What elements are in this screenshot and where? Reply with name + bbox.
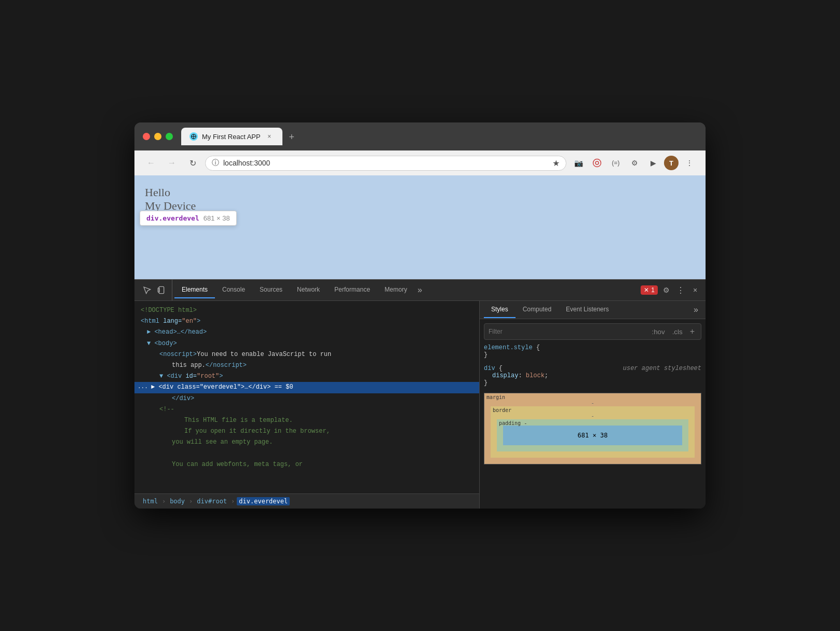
noscript-line: <noscript>You need to enable JavaScript … bbox=[134, 349, 479, 360]
div-root-close-line: </div> bbox=[134, 393, 479, 404]
styles-tabs: Styles Computed Event Listeners » bbox=[480, 301, 706, 319]
breadcrumb-sep-2: › bbox=[189, 498, 193, 505]
styles-filter-actions: :hov .cls + bbox=[649, 326, 697, 337]
camera-icon: 📷 bbox=[574, 159, 583, 167]
comment-text1-line: This HTML file is a template. bbox=[134, 415, 479, 426]
settings-icon: ⚙ bbox=[663, 286, 670, 294]
box-model: margin - border - padding - 681 × 38 bbox=[484, 393, 701, 464]
tooltip-class-name: div.everdevel bbox=[146, 214, 199, 222]
devtools-tabs: Elements Console Sources Network Perform… bbox=[174, 281, 641, 299]
box-padding: padding - 681 × 38 bbox=[497, 419, 688, 451]
doctype-line: <!DOCTYPE html> bbox=[134, 305, 479, 316]
error-x-icon: ✕ bbox=[644, 286, 649, 294]
box-margin-label: margin bbox=[486, 394, 505, 400]
comment-text3-line: you will see an empty page. bbox=[134, 437, 479, 448]
more-tabs-button[interactable]: » bbox=[414, 281, 425, 299]
element-tooltip: div.everdevel 681 × 38 bbox=[140, 211, 237, 226]
comment-blank-line bbox=[134, 448, 479, 459]
tab-close-button[interactable]: × bbox=[265, 132, 274, 141]
comment-text2-line: If you open it directly in the browser, bbox=[134, 426, 479, 437]
avatar-button[interactable]: T bbox=[664, 156, 679, 170]
styles-content[interactable]: :hov .cls + element.style { } bbox=[480, 319, 706, 509]
devtools-settings-button[interactable]: ⚙ bbox=[660, 284, 672, 296]
styles-div-close-brace: } bbox=[484, 379, 701, 387]
dollar-sign: == $0 bbox=[270, 383, 293, 391]
media-button[interactable]: ▶ bbox=[645, 155, 661, 171]
error-button[interactable]: ✕ 1 bbox=[641, 285, 658, 295]
devtools-close-button[interactable]: × bbox=[689, 284, 701, 296]
breadcrumb-body[interactable]: body bbox=[168, 497, 187, 505]
tab-sources[interactable]: Sources bbox=[252, 282, 290, 298]
nav-actions: 📷 (=) ⚙ ▶ T ⋮ bbox=[571, 155, 697, 171]
forward-button[interactable]: → bbox=[164, 155, 180, 171]
reload-button[interactable]: ↻ bbox=[184, 155, 201, 171]
devtools-more-icon: ⋮ bbox=[676, 285, 685, 295]
maximize-window-button[interactable] bbox=[166, 133, 173, 140]
code-icon: (=) bbox=[612, 159, 620, 167]
styles-selector-element: element.style { bbox=[484, 344, 701, 351]
extensions-button[interactable]: ⚙ bbox=[627, 155, 642, 171]
styles-tab-event-listeners[interactable]: Event Listeners bbox=[559, 301, 616, 318]
filter-hov-button[interactable]: :hov bbox=[649, 327, 667, 337]
styles-source-label: user agent stylesheet bbox=[623, 365, 701, 372]
tab-console[interactable]: Console bbox=[215, 282, 252, 298]
inspect-element-button[interactable] bbox=[141, 284, 153, 296]
back-button[interactable]: ← bbox=[143, 155, 159, 171]
devtools-actions: ✕ 1 ⚙ ⋮ × bbox=[641, 284, 701, 296]
box-margin: margin - border - padding - 681 × 38 bbox=[484, 393, 701, 464]
extension-code-button[interactable]: (=) bbox=[608, 155, 624, 171]
screenshot-button[interactable]: 📷 bbox=[571, 155, 586, 171]
address-input[interactable] bbox=[223, 159, 548, 167]
breadcrumb-root[interactable]: div#root bbox=[195, 497, 229, 505]
doctype-text: <!DOCTYPE html> bbox=[141, 307, 197, 314]
box-border-value: - bbox=[591, 413, 594, 419]
devtools-more-button[interactable]: ⋮ bbox=[674, 284, 687, 296]
filter-cls-button[interactable]: .cls bbox=[670, 327, 685, 337]
tab-elements[interactable]: Elements bbox=[174, 282, 215, 298]
styles-close-brace: } bbox=[484, 351, 701, 359]
address-bar: ⓘ ★ bbox=[205, 156, 566, 171]
div-root-line[interactable]: ▼ <div id="root"> bbox=[134, 371, 479, 382]
styles-tab-styles[interactable]: Styles bbox=[484, 301, 516, 318]
tab-memory[interactable]: Memory bbox=[377, 282, 414, 298]
device-toggle-button[interactable] bbox=[155, 284, 168, 296]
close-window-button[interactable] bbox=[143, 133, 150, 140]
tab-network[interactable]: Network bbox=[290, 282, 327, 298]
body-open-line[interactable]: ▼ <body> bbox=[134, 338, 479, 349]
filter-add-button[interactable]: + bbox=[688, 326, 697, 337]
extension-react-button[interactable] bbox=[589, 155, 605, 171]
new-tab-button[interactable]: + bbox=[283, 129, 300, 145]
box-margin-value: - bbox=[591, 400, 594, 406]
head-line[interactable]: ► <head>…</head> bbox=[134, 327, 479, 338]
browser-content: Hello My Device div.everdevel 681 × 38 bbox=[134, 175, 706, 279]
devtools-body: <!DOCTYPE html> <html lang="en"> ► <head… bbox=[134, 301, 706, 509]
breadcrumb-html[interactable]: html bbox=[141, 497, 160, 505]
more-icon: ⋮ bbox=[686, 159, 693, 167]
styles-tab-computed[interactable]: Computed bbox=[516, 301, 559, 318]
div-everdevel-line[interactable]: ... ► <div class="everdevel">…</div> == … bbox=[134, 382, 479, 393]
tab-performance[interactable]: Performance bbox=[327, 282, 377, 298]
devtools-inspect-icons bbox=[139, 280, 172, 300]
bookmark-icon[interactable]: ★ bbox=[552, 158, 560, 168]
browser-tab[interactable]: My First React APP × bbox=[181, 128, 282, 145]
box-border: border - padding - 681 × 38 bbox=[491, 406, 695, 458]
breadcrumb-sep-1: › bbox=[162, 498, 166, 505]
devtools-toolbar: Elements Console Sources Network Perform… bbox=[134, 280, 706, 301]
box-content: 681 × 38 bbox=[503, 426, 682, 445]
devtools-breadcrumb: html › body › div#root › div.everdevel bbox=[134, 493, 479, 509]
tooltip-size: 681 × 38 bbox=[204, 214, 230, 222]
styles-more-tabs[interactable]: » bbox=[690, 301, 701, 319]
devtools-panel: Elements Console Sources Network Perform… bbox=[134, 279, 706, 509]
elements-pane: <!DOCTYPE html> <html lang="en"> ► <head… bbox=[134, 301, 480, 509]
minimize-window-button[interactable] bbox=[154, 133, 161, 140]
back-icon: ← bbox=[147, 158, 155, 168]
error-count: 1 bbox=[651, 286, 655, 294]
tab-bar: My First React APP × + bbox=[181, 128, 300, 145]
styles-rule-element: element.style { } bbox=[484, 344, 701, 359]
page-hello-text: Hello bbox=[145, 186, 695, 199]
elements-content[interactable]: <!DOCTYPE html> <html lang="en"> ► <head… bbox=[134, 301, 479, 493]
styles-filter-input[interactable] bbox=[489, 328, 645, 335]
more-options-button[interactable]: ⋮ bbox=[682, 155, 697, 171]
media-icon: ▶ bbox=[651, 159, 656, 167]
breadcrumb-everdevel[interactable]: div.everdevel bbox=[237, 497, 290, 505]
